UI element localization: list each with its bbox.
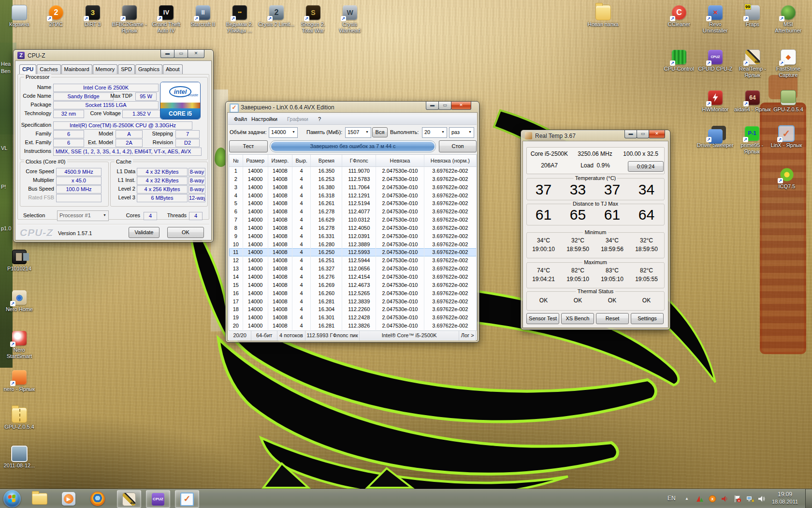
linx-table-row[interactable]: 161400014008416.260112.52652.047530e-010… xyxy=(229,289,477,298)
firefox-taskbar-icon[interactable] xyxy=(90,491,105,507)
realtemp-settings-button[interactable]: Settings xyxy=(631,313,664,324)
linx-table-row[interactable]: 121400014008416.251112.59442.047530e-010… xyxy=(229,256,477,265)
linx-col-header[interactable]: № xyxy=(229,155,243,166)
cpuz-ok-button[interactable]: OK xyxy=(167,227,204,238)
desktop-icon-2гис[interactable]: 2↗2ГИС xyxy=(38,4,74,28)
desktop-icon-bfbc2game-ярлык[interactable]: ↗BFBC2Game - Ярлык xyxy=(111,4,148,34)
linx-col-header[interactable]: Измер. xyxy=(268,155,292,166)
hidden-icons-chevron[interactable]: ▲ xyxy=(685,496,689,501)
cpuz-tab-about[interactable]: About xyxy=(163,64,183,74)
start-button[interactable] xyxy=(3,490,21,508)
desktop-icon-p1010214[interactable]: P1010214 xyxy=(1,248,38,272)
linx-problem-size-dropdown[interactable]: 14000▼ xyxy=(269,127,298,138)
linx-close-button[interactable]: ✕ xyxy=(451,102,471,110)
linx-table-row[interactable]: 81400014008416.278112.40502.047530e-0103… xyxy=(229,224,477,232)
realtemp-maximize-button[interactable]: ▭ xyxy=(637,130,649,138)
cpuz-taskbar-button[interactable]: CPUZ xyxy=(146,490,170,508)
desktop-icon-cpuid-cpu-z[interactable]: CPUZ↗CPUID CPU-Z xyxy=(697,48,734,72)
realtemp-close-button[interactable]: ✕ xyxy=(649,130,665,138)
msi-afterburner-tray-icon[interactable] xyxy=(696,495,704,503)
realtemp-timer-button[interactable]: 0:09:24 xyxy=(628,161,664,172)
linx-table-row[interactable]: 101400014008416.280112.38892.047530e-010… xyxy=(229,240,477,249)
realtemp-titlebar[interactable]: Real Temp 3.67 ▬ ▭ ✕ xyxy=(521,130,670,141)
linx-minimize-button[interactable]: ▬ xyxy=(426,102,439,110)
desktop-icon-shogun-2-total-war[interactable]: S↗Shogun 2. Total War xyxy=(295,4,332,34)
cpuz-tab-mainboard[interactable]: Mainboard xyxy=(61,64,92,74)
language-indicator[interactable]: EN xyxy=(667,495,676,502)
linx-table-row[interactable]: 31400014008416.380111.70642.047530e-0103… xyxy=(229,183,477,192)
show-desktop-button[interactable] xyxy=(805,489,812,508)
linx-col-header[interactable]: Время xyxy=(311,155,342,166)
volume-red-tray-icon[interactable] xyxy=(721,495,729,503)
linx-menu-графики[interactable]: Графики xyxy=(287,116,308,122)
action-center-flag-icon[interactable]: x xyxy=(734,495,741,503)
linx-table-row[interactable]: 11400014008416.350111.90702.047530e-0103… xyxy=(229,167,477,175)
cpuz-titlebar[interactable]: Z CPU-Z ▬ ▭ ✕ xyxy=(14,50,213,61)
desktop-icon-crysis-2-limit[interactable]: 2↗Crysis 2 Limit... xyxy=(258,4,295,28)
desktop-icon-linx-ярлык[interactable]: ✓↗LinX - Ярлык xyxy=(768,125,805,149)
desktop-icon-starcraft-ii[interactable]: II↗Starcraft II xyxy=(185,4,221,28)
linx-taskbar-button[interactable]: ✓ xyxy=(175,490,199,508)
cpuz-selection-dropdown[interactable]: Processor #1▼ xyxy=(57,210,109,221)
linx-table-row[interactable]: 61400014008416.278112.40772.047530e-0103… xyxy=(229,208,477,216)
linx-memory-dropdown[interactable]: 1507▼ xyxy=(345,127,371,138)
desktop-icon-dirt-3[interactable]: 3↗DiRT 3 xyxy=(74,4,111,28)
linx-menu-файл[interactable]: Файл xyxy=(234,116,247,122)
desktop-icon-recycle-bin[interactable]: Корзина xyxy=(1,4,38,28)
linx-maximize-button[interactable]: ▭ xyxy=(438,102,451,110)
linx-table-row[interactable]: 131400014008416.327112.06562.047530e-010… xyxy=(229,265,477,273)
taskbar-clock[interactable]: 19:09 18.08.2011 xyxy=(767,491,803,506)
desktop-icon-realtemp-ярлык[interactable]: 46↗RealTemp - Ярлык xyxy=(734,48,771,78)
cpuz-tab-memory[interactable]: Memory xyxy=(93,64,118,74)
linx-status-segment[interactable]: Лог > xyxy=(459,331,476,341)
desktop-icon-cpu-control[interactable]: ↗CPU-Control xyxy=(661,48,697,72)
desktop-icon-gpu-z-0-5-4[interactable]: GPU-Z.0.5.4 xyxy=(770,89,807,113)
linx-table-row[interactable]: 71400014008416.629110.03122.047530e-0103… xyxy=(229,216,477,224)
desktop-icon-nero-home[interactable]: ◉↗Nero Home xyxy=(1,289,38,313)
cpuz-tab-spd[interactable]: SPD xyxy=(118,64,135,74)
linx-results-table[interactable]: №РазмерИзмер.Выр.ВремяГФлопсНевязкаНевяз… xyxy=(229,154,477,331)
desktop-icon-nero-startsmart[interactable]: ↗Nero StartSmart xyxy=(1,329,38,359)
linx-menu-help[interactable]: ? xyxy=(318,116,321,122)
desktop-icon-nero-ярлык[interactable]: ↗nero - Ярлык xyxy=(1,369,38,392)
desktop-icon-revo-uninstaller[interactable]: ✕↗Revo Uninstaller xyxy=(697,4,734,34)
linx-stop-button[interactable]: Стоп xyxy=(439,140,477,152)
desktop-icon-2011-08-12[interactable]: 2011-08-12... xyxy=(1,445,38,469)
volume-tray-icon[interactable] xyxy=(758,495,766,503)
linx-col-header[interactable]: Невязка (норм.) xyxy=(424,155,477,166)
desktop-icon-hwmonitor[interactable]: ↗HWMonitor xyxy=(697,89,734,113)
linx-col-header[interactable]: ГФлопс xyxy=(342,155,376,166)
desktop-icon-icq7-5[interactable]: ↗ICQ7.5 xyxy=(768,166,805,190)
desktop-icon-faststone-capture[interactable]: ◆↗FastStone Capture xyxy=(770,48,807,78)
desktop-icon-msi-afterburner[interactable]: ↗MSI Afterburner xyxy=(770,4,807,34)
linx-table-row[interactable]: 141400014008416.276112.41542.047530e-010… xyxy=(229,273,477,281)
cpuz-close-button[interactable]: ✕ xyxy=(188,50,204,58)
desktop-icon-ведьмак-2-убийцы[interactable]: ••↗Ведьмак 2. Убийцы ... xyxy=(221,4,258,34)
linx-table-row[interactable]: 51400014008416.261112.51942.047530e-0103… xyxy=(229,199,477,208)
linx-titlebar[interactable]: ✓ Завершено - LinX 0.6.4 AVX Edition ▬ ▭… xyxy=(226,102,479,113)
desktop-icon-fraps[interactable]: 99↗Fraps xyxy=(734,4,771,28)
cpuz-tab-caches[interactable]: Caches xyxy=(37,64,60,74)
linx-table-row[interactable]: 201400014008416.281112.38262.047530e-010… xyxy=(229,322,477,330)
explorer-taskbar-icon[interactable] xyxy=(32,491,47,507)
cpuz-tab-cpu[interactable]: CPU xyxy=(19,64,36,74)
desktop-icon-новая-папка[interactable]: Новая папка xyxy=(585,4,622,28)
cpuz-validate-button[interactable]: Validate xyxy=(129,227,160,238)
desktop-icon-prime95-ярлык[interactable]: P-1↗prime95 - Ярлык xyxy=(734,125,770,155)
desktop-icon-grand-theft-auto-iv[interactable]: IV↗Grand Theft Auto IV xyxy=(148,4,185,34)
linx-all-button[interactable]: Вся xyxy=(372,127,388,137)
desktop-icon-aida64-ярлык[interactable]: 64↗aida64 - Ярлык xyxy=(734,89,771,113)
linx-run-unit-dropdown[interactable]: раз▼ xyxy=(449,127,474,138)
linx-menu-настройки[interactable]: Настройки xyxy=(251,116,277,122)
realtemp-reset-button[interactable]: Reset xyxy=(596,313,629,324)
cpuz-tab-graphics[interactable]: Graphics xyxy=(135,64,162,74)
desktop-icon-ccleaner[interactable]: C↗CCleaner xyxy=(661,4,697,28)
antivirus-tray-icon[interactable]: x xyxy=(709,495,716,503)
cpuz-minimize-button[interactable]: ▬ xyxy=(160,50,174,58)
realtemp-sensor-test-button[interactable]: Sensor Test xyxy=(526,313,559,324)
realtemp-xs-bench-button[interactable]: XS Bench xyxy=(561,313,594,324)
linx-table-row[interactable]: 171400014008416.281112.38392.047530e-010… xyxy=(229,298,477,306)
linx-test-button[interactable]: Тест xyxy=(229,140,268,152)
linx-run-count-dropdown[interactable]: 20▼ xyxy=(422,127,447,138)
desktop-icon-crysis-warhead[interactable]: W↗Crysis Warhead xyxy=(332,4,368,34)
